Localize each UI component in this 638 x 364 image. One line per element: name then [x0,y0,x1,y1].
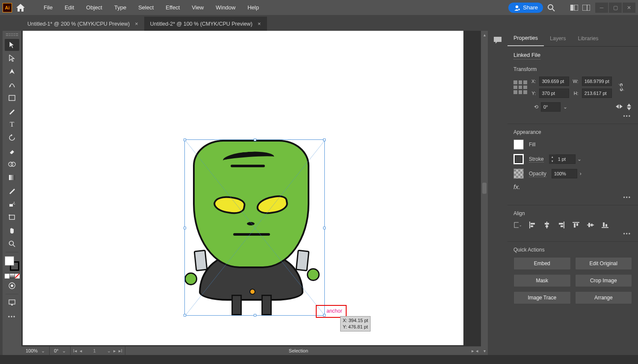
tab-libraries[interactable]: Libraries [572,31,605,46]
align-top-icon[interactable] [572,221,580,229]
menu-file[interactable]: File [38,3,59,12]
rectangle-tool[interactable] [5,92,19,104]
window-minimize[interactable]: ─ [595,3,608,13]
flip-horizontal-icon[interactable] [616,104,623,110]
shape-builder-tool[interactable] [5,158,19,170]
scroll-left-icon[interactable]: ◂ [476,348,478,354]
paintbrush-tool[interactable] [5,105,19,117]
rotate-tool[interactable] [5,132,19,144]
window-maximize[interactable]: ▢ [609,3,622,13]
align-bottom-icon[interactable] [601,221,609,229]
fill-swatch[interactable] [513,139,524,150]
align-to-selector[interactable]: ⌄ [513,221,522,229]
menu-edit[interactable]: Edit [59,3,80,12]
chevron-down-icon[interactable]: ⌄ [577,156,582,162]
transform-y-input[interactable] [539,89,569,98]
scroll-right-icon[interactable]: ▸ [472,348,474,354]
artboard-prev-icon[interactable]: ◂ [80,348,82,354]
reference-point-selector[interactable] [513,80,527,94]
tab-layers[interactable]: Layers [544,31,572,46]
type-tool[interactable]: T [5,118,19,130]
vertical-scrollbar[interactable]: ▴ ▾ [481,31,488,355]
image-trace-button[interactable]: Image Trace [513,291,571,304]
rotation-value[interactable]: 0° [54,348,59,353]
chevron-down-icon[interactable]: ⌄ [107,348,111,354]
transform-more-icon[interactable]: ••• [513,113,631,119]
search-icon[interactable] [547,4,555,12]
embed-button[interactable]: Embed [513,257,571,270]
scroll-up-icon[interactable]: ▴ [484,33,486,37]
zoom-tool[interactable] [5,238,19,250]
window-close[interactable]: ✕ [623,3,635,13]
menu-object[interactable]: Object [80,3,108,12]
color-mode-selector[interactable] [5,274,20,278]
zoom-value[interactable]: 100% [26,348,38,353]
comments-panel-icon[interactable] [493,36,502,44]
edit-original-button[interactable]: Edit Original [575,257,632,270]
screen-mode-icon[interactable] [5,296,19,308]
workspace-icon[interactable] [582,5,590,11]
artboard-tool[interactable] [5,211,19,223]
home-icon[interactable] [16,4,25,12]
close-icon[interactable]: × [135,21,138,27]
menu-help[interactable]: Help [241,3,265,12]
share-button[interactable]: Share [508,3,543,13]
fill-stroke-swatch[interactable] [5,256,19,271]
align-vcenter-icon[interactable] [586,221,595,229]
tab-untitled-1[interactable]: Untitled-1* @ 200 % (CMYK/CPU Preview) × [21,17,144,31]
draw-mode-icon[interactable] [5,280,19,292]
transform-h-input[interactable] [582,89,612,98]
chevron-down-icon[interactable]: ⌄ [62,348,66,354]
transform-x-input[interactable] [539,77,569,86]
chevron-right-icon[interactable]: › [580,171,582,177]
hand-tool[interactable] [5,225,19,237]
arrange-documents-icon[interactable] [570,5,578,11]
rotate-input[interactable] [541,102,561,112]
tab-untitled-2[interactable]: Untitled-2* @ 100 % (CMYK/CPU Preview) × [144,17,267,31]
gradient-tool[interactable] [5,172,19,183]
eraser-tool[interactable] [5,145,19,157]
menu-window[interactable]: Window [210,3,241,12]
constrain-proportions-icon[interactable] [618,83,625,92]
selection-bounding-box[interactable] [184,139,325,316]
stroke-weight-stepper[interactable]: ▴▾ [549,154,556,164]
chevron-down-icon[interactable]: ⌄ [563,104,567,110]
close-icon[interactable]: × [258,21,261,27]
selection-tool[interactable] [5,39,19,51]
pen-tool[interactable] [5,65,19,77]
flip-vertical-icon[interactable] [626,104,632,110]
selection-target-label[interactable]: Linked File [513,52,540,59]
direct-selection-tool[interactable] [5,52,19,64]
align-right-icon[interactable] [557,221,566,229]
crop-image-button[interactable]: Crop Image [575,274,632,287]
opacity-input[interactable] [552,169,577,178]
artboard-first-icon[interactable]: I◂ [73,348,77,354]
mask-button[interactable]: Mask [513,274,571,287]
menu-type[interactable]: Type [108,3,132,12]
chevron-down-icon[interactable]: ⌄ [41,348,45,354]
scroll-down-icon[interactable]: ▾ [484,349,486,353]
stroke-label[interactable]: Stroke [529,156,544,163]
align-left-icon[interactable] [528,221,537,229]
menu-select[interactable]: Select [132,3,160,12]
effects-icon[interactable]: fx. [513,183,520,190]
transform-w-input[interactable] [582,77,612,86]
artboard[interactable]: anchor X: 394.15 pt Y: 476.81 pt [23,31,463,345]
artboard-index[interactable]: 1 [85,348,104,353]
menu-view[interactable]: View [186,3,210,12]
align-more-icon[interactable]: ••• [513,231,631,237]
eyedropper-tool[interactable] [5,185,19,197]
tab-properties[interactable]: Properties [507,31,544,46]
artboard-last-icon[interactable]: ▸I [119,348,122,354]
stroke-weight-input[interactable] [556,154,576,164]
curvature-tool[interactable] [5,79,19,91]
menu-effect[interactable]: Effect [160,3,186,12]
symbol-sprayer-tool[interactable] [5,198,19,210]
opacity-swatch[interactable] [513,169,524,179]
stroke-swatch[interactable] [513,154,524,164]
opacity-label[interactable]: Opacity [529,171,546,177]
appearance-more-icon[interactable]: ••• [513,195,631,201]
align-hcenter-icon[interactable] [543,221,551,229]
artboard-next-icon[interactable]: ▸ [113,348,116,354]
arrange-button[interactable]: Arrange [575,291,632,304]
